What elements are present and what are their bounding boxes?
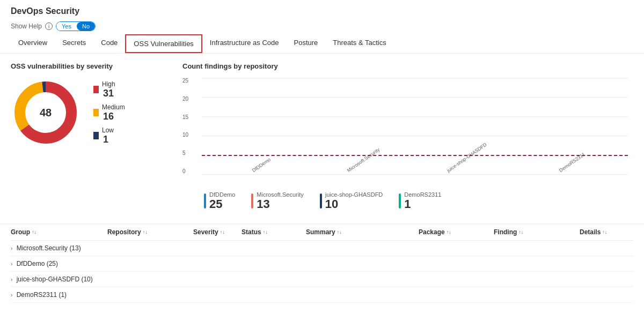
stat-juice-info: juice-shop-GHASDFD 10 xyxy=(325,191,383,211)
legend-high-value: 31 xyxy=(103,88,115,99)
chevron-4: › xyxy=(11,292,12,298)
grid-0 xyxy=(202,174,628,175)
row-group-1: › Microsoft.Security (13) xyxy=(11,244,107,252)
th-status-label: Status xyxy=(241,228,261,236)
row-group-3: › juice-shop-GHASDFD (10) xyxy=(11,276,107,283)
th-finding-label: Finding xyxy=(494,228,517,236)
stat-dfddemo-info: DfDDemo 25 xyxy=(209,191,235,211)
toggle-yes[interactable]: Yes xyxy=(56,22,77,31)
th-details: Details ↑↓ xyxy=(580,228,633,236)
legend-low-color xyxy=(93,132,99,139)
tab-oss[interactable]: OSS Vulnerabilities xyxy=(125,34,202,53)
bar-msec-label: Microsoft.Security xyxy=(346,147,380,173)
legend-medium-label: Medium xyxy=(102,103,125,111)
legend-low: Low 1 xyxy=(93,126,125,145)
row-group-4: › DemoRS2311 (1) xyxy=(11,291,107,299)
stat-juice: juice-shop-GHASDFD 10 xyxy=(320,191,383,211)
help-toggle[interactable]: Yes No xyxy=(56,21,96,31)
tab-iac[interactable]: Infrastructure as Code xyxy=(202,34,287,53)
th-group-sort[interactable]: ↑↓ xyxy=(32,229,36,235)
th-finding: Finding ↑↓ xyxy=(494,228,580,236)
th-details-label: Details xyxy=(580,228,601,236)
toggle-no[interactable]: No xyxy=(77,22,95,31)
tab-secrets[interactable]: Secrets xyxy=(55,34,93,53)
tab-overview[interactable]: Overview xyxy=(11,34,55,53)
table-row[interactable]: › DfDDemo (25) xyxy=(11,256,633,272)
legend-low-value: 1 xyxy=(103,134,114,145)
th-package-label: Package xyxy=(419,228,445,236)
row-group-3-label: juice-shop-GHASDFD (10) xyxy=(17,276,93,283)
th-repository-sort[interactable]: ↑↓ xyxy=(143,229,148,235)
bar-dfddemo-label: DfDDemo xyxy=(251,157,272,173)
legend-high-color xyxy=(93,86,99,93)
stat-dfddemo-color xyxy=(204,193,206,209)
app-title: DevOps Security xyxy=(11,6,633,16)
left-section: OSS vulnerabilities by severity 48 xyxy=(11,62,182,211)
th-summary-sort[interactable]: ↑↓ xyxy=(337,229,342,235)
stat-juice-value: 10 xyxy=(325,198,383,211)
th-group-label: Group xyxy=(11,228,30,236)
stat-demo: DemoRS2311 1 xyxy=(399,191,441,211)
bar-juiceshop: juice-shop-GHASDFD xyxy=(415,167,519,174)
table-section: Group ↑↓ Repository ↑↓ Severity ↑↓ Statu… xyxy=(0,224,644,303)
legend: High 31 Medium 16 Low 1 xyxy=(93,80,125,145)
right-section: Count findings by repository 25 20 15 10… xyxy=(182,62,633,211)
th-finding-sort[interactable]: ↑↓ xyxy=(518,229,523,235)
legend-medium-color xyxy=(93,109,99,116)
stat-msec-value: 13 xyxy=(257,198,303,211)
stat-juice-color xyxy=(320,193,322,209)
stat-msec-color xyxy=(251,193,253,209)
stat-demo-color xyxy=(399,193,401,209)
chevron-1: › xyxy=(11,245,12,251)
table-row[interactable]: › Microsoft.Security (13) xyxy=(11,241,633,256)
table-row[interactable]: › DemoRS2311 (1) xyxy=(11,287,633,303)
table-row[interactable]: › juice-shop-GHASDFD (10) xyxy=(11,272,633,287)
show-help-row: Show Help i Yes No xyxy=(0,19,644,34)
stat-demo-value: 1 xyxy=(404,198,441,211)
donut-center-value: 48 xyxy=(40,107,52,119)
bar-demors2311: DemoRS2311 xyxy=(519,167,623,174)
th-package-sort[interactable]: ↑↓ xyxy=(447,229,451,235)
stat-demo-info: DemoRS2311 1 xyxy=(404,191,441,211)
donut-container: 48 High 31 Medium 16 xyxy=(11,78,182,147)
y-axis: 25 20 15 10 5 0 xyxy=(182,78,188,174)
stat-msec: Microsoft.Security 13 xyxy=(251,191,303,211)
y-label-10: 10 xyxy=(182,132,188,138)
table-header: Group ↑↓ Repository ↑↓ Severity ↑↓ Statu… xyxy=(11,224,633,241)
bar-microsoftsecurity: Microsoft.Security xyxy=(311,167,415,174)
donut-section-title: OSS vulnerabilities by severity xyxy=(11,62,182,70)
tab-code[interactable]: Code xyxy=(93,34,125,53)
th-details-sort[interactable]: ↑↓ xyxy=(602,229,607,235)
show-help-label: Show Help xyxy=(11,23,42,30)
chevron-2: › xyxy=(11,261,12,267)
th-summary-label: Summary xyxy=(306,228,335,236)
th-severity: Severity ↑↓ xyxy=(193,228,241,236)
th-package: Package ↑↓ xyxy=(419,228,494,236)
row-group-2: › DfDDemo (25) xyxy=(11,260,107,267)
stat-dfddemo-value: 25 xyxy=(209,198,235,211)
bar-juice-label: juice-shop-GHASDFD xyxy=(446,142,488,174)
bar-chart-title: Count findings by repository xyxy=(182,62,633,70)
app-header: DevOps Security xyxy=(0,0,644,19)
th-group: Group ↑↓ xyxy=(11,228,107,236)
bar-chart-area: 25 20 15 10 5 0 xyxy=(202,78,628,185)
row-group-2-label: DfDDemo (25) xyxy=(17,260,58,267)
th-severity-sort[interactable]: ↑↓ xyxy=(220,229,225,235)
th-status-sort[interactable]: ↑↓ xyxy=(263,229,268,235)
legend-medium-value: 16 xyxy=(103,111,125,122)
avg-line xyxy=(202,155,628,156)
summary-stats: DfDDemo 25 Microsoft.Security 13 juice-s… xyxy=(182,191,633,211)
legend-medium: Medium 16 xyxy=(93,103,125,122)
help-icon[interactable]: i xyxy=(45,23,53,30)
tab-posture[interactable]: Posture xyxy=(286,34,325,53)
bar-dfddemo: DfDDemo xyxy=(207,167,311,174)
th-repository: Repository ↑↓ xyxy=(107,228,193,236)
legend-high: High 31 xyxy=(93,80,125,99)
y-label-25: 25 xyxy=(182,78,188,84)
legend-high-label: High xyxy=(102,80,115,88)
row-group-1-label: Microsoft.Security (13) xyxy=(17,244,81,252)
y-label-20: 20 xyxy=(182,96,188,102)
th-repository-label: Repository xyxy=(107,228,141,236)
tab-threats[interactable]: Threats & Tactics xyxy=(325,34,393,53)
stat-dfddemo: DfDDemo 25 xyxy=(204,191,235,211)
